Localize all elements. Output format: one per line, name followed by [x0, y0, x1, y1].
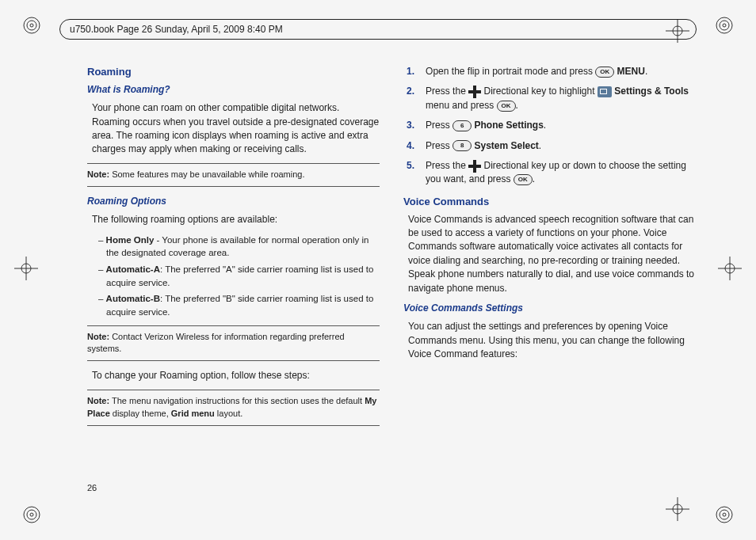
steps-list: Open the flip in portrait mode and press… [407, 65, 696, 187]
page-body: Roaming What is Roaming? Your phone can … [87, 65, 697, 485]
corner-mark-br [715, 505, 734, 524]
corner-mark-tr [715, 16, 734, 35]
what-is-roaming-heading: What is Roaming? [87, 83, 380, 97]
page-number: 26 [87, 483, 97, 492]
svg-point-2 [30, 24, 33, 27]
voice-commands-settings-heading: Voice Commands Settings [403, 302, 696, 315]
voice-commands-heading: Voice Commands [403, 195, 696, 210]
step-item: Press 6 Phone Settings. [407, 119, 696, 132]
note-label: Note: [87, 169, 109, 179]
ok-key-icon: OK [595, 67, 614, 78]
ok-key-icon: OK [497, 101, 516, 112]
crop-cross-left [14, 257, 38, 280]
crop-cross-right [718, 257, 742, 280]
note-menu-nav: Note: The menu navigation instructions f… [87, 390, 380, 426]
voice-commands-settings-description: You can adjust the settings and preferen… [408, 320, 696, 361]
settings-tools-icon [598, 86, 612, 97]
dpad-icon [468, 86, 481, 98]
page-header: u750.book Page 26 Sunday, April 5, 2009 … [59, 19, 697, 40]
step-item: Press the Directional key to highlight S… [407, 85, 696, 112]
step-item: Press 8 System Select. [407, 139, 696, 153]
crop-cross-bottom [666, 497, 689, 521]
header-text: u750.book Page 26 Sunday, April 5, 2009 … [70, 24, 283, 35]
voice-commands-description: Voice Commands is advanced speech recogn… [408, 213, 696, 295]
note-label: Note: [87, 332, 109, 341]
roaming-options-list: Home Only - Your phone is available for … [98, 234, 380, 319]
ok-key-icon: OK [514, 174, 533, 185]
svg-point-10 [720, 510, 729, 519]
change-roaming-intro: To change your Roaming option, follow th… [92, 369, 380, 382]
roaming-options-heading: Roaming Options [87, 195, 380, 208]
svg-point-11 [723, 513, 726, 516]
svg-point-1 [27, 21, 36, 30]
note-roaming-features: Note: Some features may be unavailable w… [87, 163, 380, 187]
svg-point-6 [24, 507, 40, 523]
note-label: Note: [87, 396, 109, 405]
svg-point-8 [30, 513, 33, 516]
svg-point-4 [720, 21, 729, 30]
list-item: Automatic-B: The preferred "B" side carr… [98, 292, 380, 318]
note-text: Contact Verizon Wireless for information… [87, 332, 345, 354]
dpad-icon [468, 160, 481, 173]
svg-point-0 [24, 17, 40, 33]
list-item: Automatic-A: The preferred "A" side carr… [98, 263, 380, 289]
roaming-options-intro: The following roaming options are availa… [92, 213, 380, 226]
left-column: Roaming What is Roaming? Your phone can … [87, 65, 380, 485]
corner-mark-bl [22, 505, 41, 524]
svg-point-5 [723, 24, 726, 27]
svg-point-3 [716, 17, 732, 33]
roaming-description: Your phone can roam on other compatible … [92, 101, 380, 157]
right-column: Open the flip in portrait mode and press… [403, 65, 696, 485]
svg-point-7 [27, 510, 36, 519]
roaming-heading: Roaming [87, 65, 380, 80]
six-key-icon: 6 [452, 120, 472, 131]
note-text: Some features may be unavailable while r… [109, 169, 304, 179]
corner-mark-tl [22, 16, 41, 35]
list-item: Home Only - Your phone is available for … [98, 234, 380, 260]
note-verizon: Note: Contact Verizon Wireless for infor… [87, 325, 380, 362]
step-item: Press the Directional key up or down to … [407, 159, 696, 187]
svg-point-9 [716, 507, 732, 523]
step-item: Open the flip in portrait mode and press… [407, 65, 696, 78]
eight-key-icon: 8 [452, 140, 472, 151]
